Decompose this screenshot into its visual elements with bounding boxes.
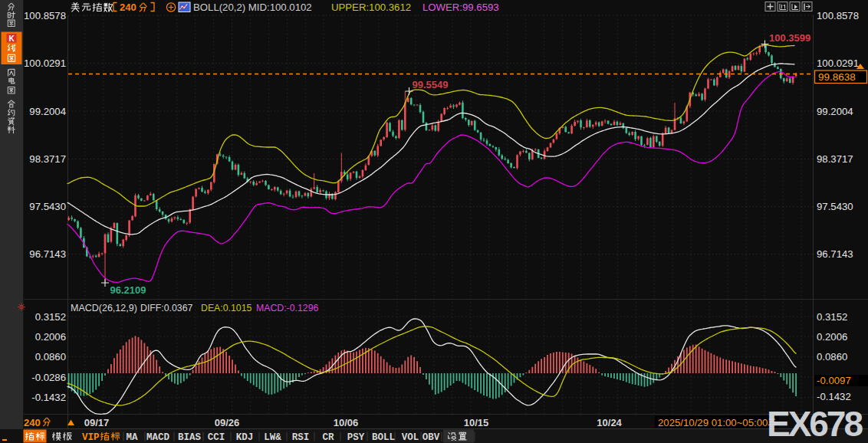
svg-text:VOL: VOL xyxy=(402,432,419,443)
svg-text:DEA:0.1015: DEA:0.1015 xyxy=(201,303,252,313)
svg-text:97.5430: 97.5430 xyxy=(817,201,853,212)
svg-text:-0.0097: -0.0097 xyxy=(817,375,851,386)
svg-text:98.3717: 98.3717 xyxy=(817,153,853,165)
svg-text:100.3599: 100.3599 xyxy=(769,32,810,44)
svg-text:CR: CR xyxy=(322,432,334,443)
svg-text:10/15: 10/15 xyxy=(464,417,489,428)
svg-text:LW&: LW& xyxy=(264,432,281,443)
svg-text:MACD: MACD xyxy=(146,432,170,443)
svg-text:KDJ: KDJ xyxy=(236,432,254,443)
svg-text:0.0860: 0.0860 xyxy=(817,351,847,363)
svg-text:96.2109: 96.2109 xyxy=(110,284,146,296)
svg-text:0.0860: 0.0860 xyxy=(35,351,66,363)
svg-text:97.5430: 97.5430 xyxy=(29,201,66,212)
svg-text:100.8578: 100.8578 xyxy=(24,10,66,21)
svg-text:0.3152: 0.3152 xyxy=(35,311,66,323)
svg-text:98.3717: 98.3717 xyxy=(29,153,66,165)
svg-text:99.8638: 99.8638 xyxy=(818,71,856,83)
svg-text:100.0291: 100.0291 xyxy=(24,57,66,69)
svg-text:EX678: EX678 xyxy=(767,404,863,443)
svg-text:RSI: RSI xyxy=(292,432,310,443)
svg-text:09/26: 09/26 xyxy=(215,417,240,428)
svg-text:240: 240 xyxy=(120,2,136,13)
svg-text:99.2004: 99.2004 xyxy=(817,106,853,117)
svg-text:K: K xyxy=(8,34,15,43)
svg-text:BOLL(20,2) MID:100.0102: BOLL(20,2) MID:100.0102 xyxy=(193,2,312,13)
svg-text:240: 240 xyxy=(24,417,41,428)
svg-text:OBV: OBV xyxy=(422,432,440,443)
svg-text:100.0291: 100.0291 xyxy=(817,57,859,69)
svg-text:-0.1432: -0.1432 xyxy=(31,392,66,403)
svg-text:PSY: PSY xyxy=(347,432,365,443)
svg-text:09/17: 09/17 xyxy=(84,417,110,428)
svg-text:UPPER:100.3612: UPPER:100.3612 xyxy=(331,2,411,13)
svg-text:DIFF:0.0367: DIFF:0.0367 xyxy=(140,303,193,313)
svg-text:99.2004: 99.2004 xyxy=(29,106,66,117)
svg-text:0.3152: 0.3152 xyxy=(817,311,847,323)
svg-text:99.5549: 99.5549 xyxy=(413,79,449,90)
svg-text:-0.1432: -0.1432 xyxy=(817,391,851,402)
svg-text:10/06: 10/06 xyxy=(334,417,359,428)
svg-text:MACD(26,12,9): MACD(26,12,9) xyxy=(71,303,137,313)
svg-text:MA: MA xyxy=(126,432,138,443)
svg-text:CCI: CCI xyxy=(208,432,225,443)
svg-text:96.7143: 96.7143 xyxy=(29,248,66,260)
svg-text:-0.0286: -0.0286 xyxy=(31,372,66,383)
svg-text:96.7143: 96.7143 xyxy=(817,248,853,260)
svg-text:10/24: 10/24 xyxy=(597,417,622,428)
svg-text:MACD:-0.1296: MACD:-0.1296 xyxy=(256,303,318,313)
svg-text:100.8578: 100.8578 xyxy=(817,10,859,21)
svg-text:2025/10/29 01:00~05:00: 2025/10/29 01:00~05:00 xyxy=(658,417,768,428)
svg-text:0.2006: 0.2006 xyxy=(35,331,66,343)
svg-text:0.2006: 0.2006 xyxy=(817,331,847,343)
svg-text:BOLL: BOLL xyxy=(372,432,395,443)
svg-text:LOWER:99.6593: LOWER:99.6593 xyxy=(422,2,499,13)
svg-text:BIAS: BIAS xyxy=(178,432,202,443)
svg-text:VIP: VIP xyxy=(82,432,100,443)
